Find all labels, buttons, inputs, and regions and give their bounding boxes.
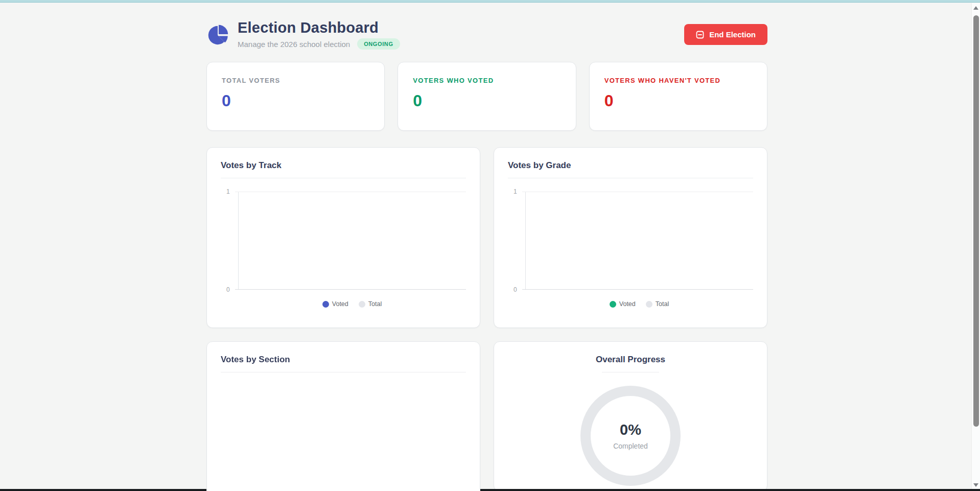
votes-by-track-card: Votes by Track 1 0 Voted Total (206, 147, 480, 328)
y-tick-label: 0 (514, 286, 517, 293)
scroll-down-arrow-icon[interactable] (973, 483, 978, 487)
scroll-up-arrow-icon[interactable] (973, 6, 978, 10)
header-text-block: Election Dashboard Manage the 2026 schoo… (238, 19, 400, 50)
end-election-button[interactable]: End Election (684, 24, 767, 45)
legend-item-voted: Voted (610, 300, 636, 308)
divider (221, 372, 466, 372)
legend-dot-icon (359, 301, 365, 308)
bottom-row: Votes by Section Overall Progress 0% Com… (206, 341, 767, 491)
stat-card-voters-not-voted: VOTERS WHO HAVEN'T VOTED 0 (589, 62, 767, 131)
plot-area: 1 0 (525, 192, 753, 290)
chart-legend: Voted Total (525, 300, 753, 308)
overall-progress-card: Overall Progress 0% Completed (494, 341, 767, 491)
divider (602, 372, 659, 372)
legend-label: Total (368, 300, 382, 308)
progress-title: Overall Progress (508, 355, 753, 365)
minus-square-icon (696, 31, 704, 39)
chart-title: Votes by Grade (508, 160, 753, 171)
chart-title: Votes by Track (221, 160, 466, 171)
legend-item-voted: Voted (322, 300, 348, 308)
chart-title: Votes by Section (221, 355, 466, 365)
stat-label: TOTAL VOTERS (222, 77, 369, 84)
gridline (235, 192, 466, 192)
legend-item-total: Total (359, 300, 382, 308)
x-axis (522, 289, 753, 290)
gridline (522, 192, 753, 192)
divider (221, 178, 466, 178)
votes-by-grade-card: Votes by Grade 1 0 Voted Total (494, 147, 767, 328)
end-election-label: End Election (709, 30, 756, 39)
votes-by-section-card: Votes by Section (206, 341, 480, 491)
dashboard-container: Election Dashboard Manage the 2026 schoo… (206, 0, 767, 491)
stat-label: VOTERS WHO VOTED (413, 77, 561, 84)
y-tick-label: 0 (226, 286, 230, 293)
y-tick-label: 1 (514, 188, 517, 195)
legend-dot-icon (646, 301, 652, 308)
divider (508, 178, 753, 178)
stat-value: 0 (222, 91, 369, 110)
page-title: Election Dashboard (238, 19, 400, 36)
header: Election Dashboard Manage the 2026 schoo… (206, 19, 767, 50)
legend-item-total: Total (646, 300, 669, 308)
votes-by-track-chart: 1 0 Voted Total (225, 192, 466, 308)
stats-row: TOTAL VOTERS 0 VOTERS WHO VOTED 0 VOTERS… (206, 62, 767, 131)
vertical-scrollbar[interactable] (971, 3, 980, 491)
stat-card-total-voters: TOTAL VOTERS 0 (206, 62, 385, 131)
subtitle-row: Manage the 2026 school election ONGOING (238, 38, 400, 50)
legend-label: Voted (619, 300, 636, 308)
stat-label: VOTERS WHO HAVEN'T VOTED (604, 77, 752, 84)
scrollbar-thumb[interactable] (973, 15, 979, 427)
progress-caption: Completed (613, 442, 648, 450)
stat-value: 0 (413, 91, 561, 110)
bottom-window-edge (0, 489, 980, 491)
y-tick-label: 1 (226, 188, 230, 195)
charts-row: Votes by Track 1 0 Voted Total (206, 147, 767, 328)
page-subtitle: Manage the 2026 school election (238, 40, 350, 49)
legend-label: Voted (332, 300, 348, 308)
chart-legend: Voted Total (238, 300, 466, 308)
stat-card-voters-voted: VOTERS WHO VOTED 0 (398, 62, 576, 131)
progress-percent: 0% (620, 422, 641, 438)
pie-chart-icon (206, 23, 230, 46)
legend-dot-icon (322, 301, 329, 308)
stat-value: 0 (604, 91, 752, 110)
progress-ring: 0% Completed (580, 386, 681, 486)
x-axis (235, 289, 466, 290)
top-accent-bar (0, 0, 980, 3)
legend-dot-icon (610, 301, 616, 308)
legend-label: Total (656, 300, 669, 308)
header-left: Election Dashboard Manage the 2026 schoo… (206, 19, 400, 50)
plot-area: 1 0 (238, 192, 466, 290)
status-badge: ONGOING (357, 38, 400, 50)
votes-by-grade-chart: 1 0 Voted Total (512, 192, 753, 308)
